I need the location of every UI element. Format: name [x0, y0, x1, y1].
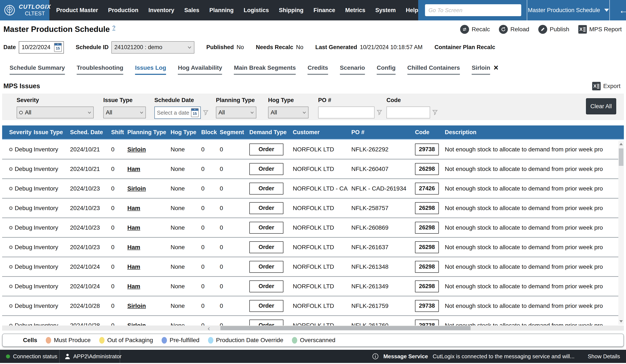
tab[interactable]: Chilled Containers	[407, 65, 460, 75]
tab[interactable]: Hog Availability	[178, 65, 222, 75]
order-button[interactable]: Order	[249, 163, 283, 175]
planning-type-link[interactable]: Ham	[127, 224, 140, 231]
column-header-planning-type[interactable]: Planning Type	[127, 129, 171, 136]
tab[interactable]: Credits	[308, 65, 328, 75]
vertical-scroll-thumb[interactable]	[619, 148, 624, 166]
schedule-id-select[interactable]: 241021200 : demo	[111, 41, 195, 54]
vertical-scrollbar[interactable]	[618, 141, 624, 325]
column-header-block[interactable]: Block	[201, 129, 220, 136]
planning-type-link[interactable]: Sirloin	[127, 322, 146, 326]
tab[interactable]: Sirloin ×	[472, 65, 498, 75]
column-header-segment[interactable]: Segment	[220, 129, 249, 136]
legend-item-label: Must Produce	[54, 337, 91, 344]
order-button[interactable]: Order	[249, 320, 283, 326]
horizontal-scroll-thumb[interactable]	[220, 326, 470, 330]
planning-type-link[interactable]: Ham	[127, 166, 140, 172]
order-button[interactable]: Order	[249, 261, 283, 273]
column-header-po[interactable]: PO #	[351, 129, 415, 136]
export-button[interactable]: X Export	[592, 82, 621, 90]
planning-type-link[interactable]: Sirloin	[127, 302, 146, 309]
scroll-left-icon[interactable]: ‹	[208, 324, 210, 332]
menu-item[interactable]: Sales	[184, 7, 199, 14]
clear-filter-funnel-icon[interactable]	[203, 110, 208, 115]
menu-item[interactable]: System	[375, 7, 396, 14]
menu-item[interactable]: Logistics	[244, 7, 269, 14]
horizontal-scrollbar[interactable]: ‹	[2, 326, 624, 331]
action-button[interactable]: X MPS Report	[578, 25, 622, 33]
app-logo[interactable]: CUTLOGIX CLTEST	[0, 0, 49, 20]
severity-filter-select[interactable]: All	[17, 106, 94, 118]
column-header-sched-date[interactable]: Sched. Date	[70, 129, 111, 136]
order-button[interactable]: Order	[249, 300, 283, 312]
column-header-shift[interactable]: Shift	[111, 129, 127, 136]
code-button[interactable]: 29738	[415, 300, 439, 312]
menu-item[interactable]: Planning	[209, 7, 234, 14]
calendar-icon[interactable]: 15	[54, 43, 62, 52]
column-header-issue-type[interactable]: Issue Type	[34, 129, 70, 136]
tab[interactable]: Config	[377, 65, 396, 75]
tab[interactable]: Main Break Segments	[234, 65, 296, 75]
menu-item[interactable]: Help	[406, 7, 418, 14]
calendar-icon[interactable]: 15	[191, 108, 199, 117]
column-header-description[interactable]: Description	[445, 129, 624, 136]
code-button[interactable]: 26298	[415, 280, 439, 292]
scroll-down-icon[interactable]	[619, 320, 623, 323]
code-button[interactable]: 29738	[415, 320, 439, 326]
planning-type-link[interactable]: Ham	[127, 283, 140, 290]
column-header-severity[interactable]: Severity	[2, 129, 34, 136]
menu-item[interactable]: Shipping	[279, 7, 303, 14]
help-link[interactable]: ?	[113, 25, 116, 31]
order-button[interactable]: Order	[249, 280, 283, 292]
order-button[interactable]: Order	[249, 202, 283, 214]
clear-filter-funnel-icon[interactable]	[432, 110, 438, 115]
order-button[interactable]: Order	[249, 222, 283, 234]
date-input[interactable]: 10/22/2024 15	[19, 41, 64, 54]
column-header-demand-type[interactable]: Demand Type	[249, 129, 293, 136]
tab[interactable]: Troubleshooting	[77, 65, 123, 75]
clear-filter-funnel-icon[interactable]	[377, 110, 382, 115]
tab[interactable]: Schedule Summary	[10, 65, 65, 75]
planning-type-filter-select[interactable]: All	[216, 106, 256, 118]
planning-type-link[interactable]: Sirloin	[127, 146, 146, 153]
order-button[interactable]: Order	[249, 241, 283, 253]
show-details-link[interactable]: Show Details	[588, 353, 620, 360]
menu-item[interactable]: Metrics	[345, 7, 365, 14]
column-header-hog-type[interactable]: Hog Type	[171, 129, 201, 136]
code-button[interactable]: 26298	[415, 163, 439, 175]
menu-item[interactable]: Product Master	[56, 7, 98, 14]
planning-type-link[interactable]: Sirloin	[127, 185, 146, 192]
column-header-code[interactable]: Code	[415, 129, 445, 136]
hog-type-filter-select[interactable]: All	[268, 106, 309, 118]
planning-type-link[interactable]: Ham	[127, 264, 140, 270]
code-filter-input[interactable]	[387, 106, 430, 118]
issue-type-filter-select[interactable]: All	[103, 106, 146, 118]
tab[interactable]: Issues Log	[135, 65, 166, 75]
menu-item[interactable]: Finance	[313, 7, 335, 14]
planning-type-link[interactable]: Ham	[127, 205, 140, 211]
code-button[interactable]: 27426	[415, 183, 439, 195]
legend-item: Production Date Override	[208, 337, 283, 344]
order-button[interactable]: Order	[249, 183, 283, 195]
schedule-date-filter-input[interactable]: Select a date 15	[154, 106, 201, 119]
tab[interactable]: Scenario	[340, 65, 365, 75]
menu-item[interactable]: Inventory	[148, 7, 174, 14]
planning-type-link[interactable]: Ham	[127, 244, 140, 250]
back-arrow-icon[interactable]: ←	[619, 5, 626, 15]
order-button[interactable]: Order	[249, 143, 283, 155]
clear-all-button[interactable]: Clear All	[586, 98, 616, 114]
code-button[interactable]: 26298	[415, 202, 439, 214]
action-button[interactable]: Reload	[499, 25, 529, 34]
action-button[interactable]: Recalc	[460, 25, 490, 34]
action-button[interactable]: Publish	[538, 25, 569, 34]
go-to-screen-input[interactable]	[425, 4, 521, 16]
code-button[interactable]: 26298	[415, 222, 439, 234]
menu-item[interactable]: Production	[108, 7, 139, 14]
screen-selector-dropdown[interactable]: Master Production Schedule	[527, 0, 609, 20]
code-button[interactable]: 26298	[415, 261, 439, 273]
column-header-customer[interactable]: Customer	[293, 129, 351, 136]
po-filter-input[interactable]	[318, 106, 375, 118]
scroll-up-icon[interactable]	[619, 143, 623, 145]
tab-close-icon[interactable]: ×	[494, 65, 498, 71]
code-button[interactable]: 29738	[415, 143, 439, 155]
code-button[interactable]: 26298	[415, 241, 439, 253]
